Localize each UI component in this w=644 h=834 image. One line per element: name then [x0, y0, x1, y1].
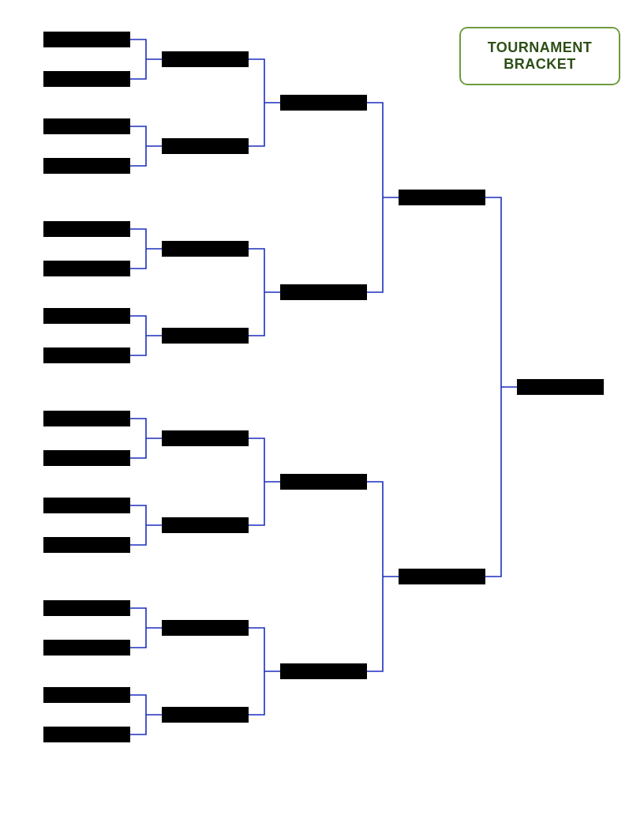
sf-slot-1[interactable] — [399, 190, 485, 205]
qf-slot-1[interactable] — [280, 95, 367, 111]
champion-slot[interactable] — [517, 379, 604, 395]
r16-slot-6[interactable] — [162, 517, 249, 533]
r16-slot-2[interactable] — [162, 138, 249, 154]
r32-slot-2[interactable] — [43, 71, 130, 87]
r32-slot-10[interactable] — [43, 450, 130, 466]
r32-slot-1[interactable] — [43, 32, 130, 47]
r32-slot-7[interactable] — [43, 308, 130, 324]
r32-slot-16[interactable] — [43, 727, 130, 742]
r16-slot-7[interactable] — [162, 620, 249, 636]
r32-slot-15[interactable] — [43, 687, 130, 703]
r16-slot-3[interactable] — [162, 241, 249, 257]
r32-slot-11[interactable] — [43, 498, 130, 513]
r32-slot-13[interactable] — [43, 600, 130, 616]
r32-slot-12[interactable] — [43, 537, 130, 553]
r32-slot-4[interactable] — [43, 158, 130, 174]
r16-slot-5[interactable] — [162, 430, 249, 446]
tournament-bracket-page: TOURNAMENT BRACKET — [0, 0, 644, 834]
r16-slot-8[interactable] — [162, 707, 249, 723]
r32-slot-3[interactable] — [43, 118, 130, 134]
r32-slot-6[interactable] — [43, 261, 130, 276]
bracket-svg — [0, 0, 644, 834]
r16-slot-1[interactable] — [162, 51, 249, 67]
r32-slot-9[interactable] — [43, 411, 130, 426]
r32-slot-5[interactable] — [43, 221, 130, 237]
r32-slot-8[interactable] — [43, 348, 130, 363]
qf-slot-3[interactable] — [280, 474, 367, 490]
sf-slot-2[interactable] — [399, 569, 485, 584]
qf-slot-4[interactable] — [280, 663, 367, 679]
qf-slot-2[interactable] — [280, 284, 367, 300]
r32-slot-14[interactable] — [43, 640, 130, 656]
r16-slot-4[interactable] — [162, 328, 249, 344]
